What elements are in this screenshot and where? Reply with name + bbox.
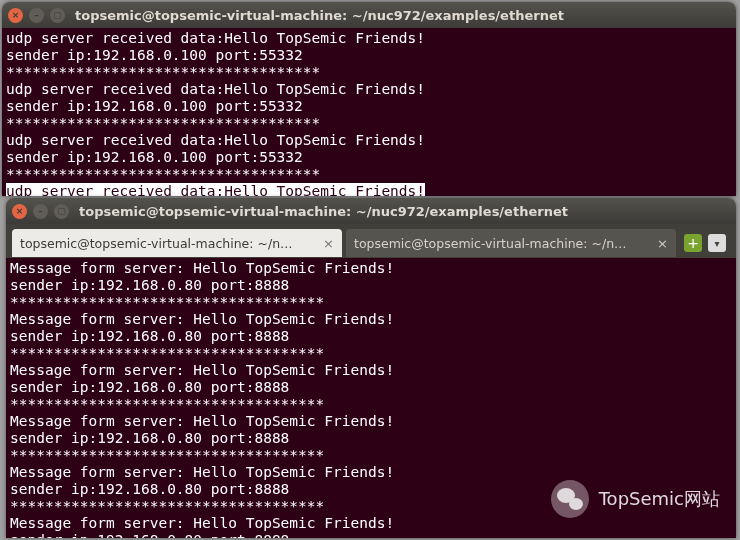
close-icon[interactable]: ×	[8, 8, 23, 23]
titlebar[interactable]: × – ▢ topsemic@topsemic-virtual-machine:…	[2, 2, 736, 28]
window-title: topsemic@topsemic-virtual-machine: ~/nuc…	[75, 8, 564, 23]
tab-bar: topsemic@topsemic-virtual-machine: ~/n… …	[6, 224, 736, 258]
minimize-icon[interactable]: –	[29, 8, 44, 23]
maximize-icon[interactable]: ▢	[54, 204, 69, 219]
tab-label: topsemic@topsemic-virtual-machine: ~/n…	[354, 236, 651, 251]
terminal-output[interactable]: udp server received data:Hello TopSemic …	[2, 28, 736, 196]
close-icon[interactable]: ×	[657, 236, 668, 251]
titlebar[interactable]: × – ▢ topsemic@topsemic-virtual-machine:…	[6, 198, 736, 224]
terminal-line: udp server received data:Hello TopSemic …	[6, 183, 425, 196]
watermark-text: TopSemic网站	[599, 487, 720, 511]
terminal-window-1: × – ▢ topsemic@topsemic-virtual-machine:…	[2, 2, 736, 196]
window-title: topsemic@topsemic-virtual-machine: ~/nuc…	[79, 204, 568, 219]
watermark: TopSemic网站	[551, 480, 720, 518]
terminal-tab-1[interactable]: topsemic@topsemic-virtual-machine: ~/n… …	[12, 229, 342, 257]
wechat-icon	[551, 480, 589, 518]
tab-menu-button[interactable]: ▾	[708, 234, 726, 252]
close-icon[interactable]: ×	[12, 204, 27, 219]
close-icon[interactable]: ×	[323, 236, 334, 251]
minimize-icon[interactable]: –	[33, 204, 48, 219]
maximize-icon[interactable]: ▢	[50, 8, 65, 23]
new-tab-button[interactable]: +	[684, 234, 702, 252]
terminal-tab-2[interactable]: topsemic@topsemic-virtual-machine: ~/n… …	[346, 229, 676, 257]
tab-label: topsemic@topsemic-virtual-machine: ~/n…	[20, 236, 317, 251]
